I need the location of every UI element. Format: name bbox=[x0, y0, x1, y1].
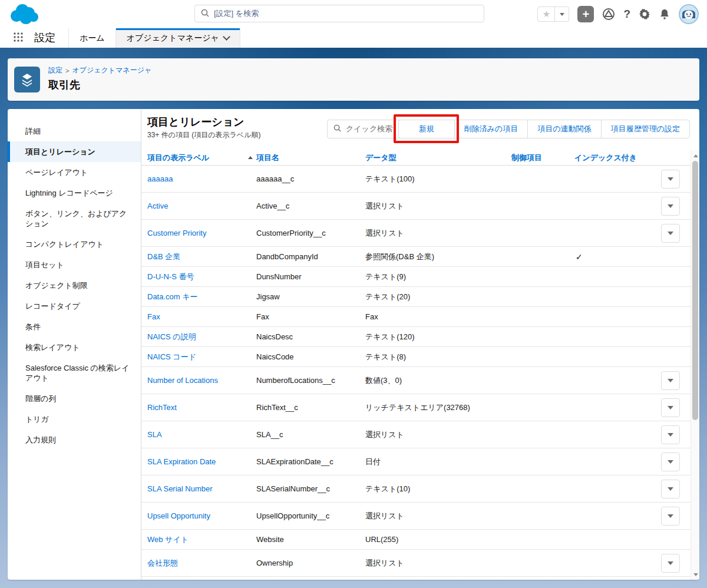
scroll-up-icon[interactable] bbox=[691, 151, 699, 160]
column-header-field-name[interactable]: 項目名 bbox=[256, 153, 365, 163]
action-button[interactable]: 削除済みの項目 bbox=[454, 120, 528, 138]
field-label-link[interactable]: NAICS コード bbox=[147, 352, 256, 362]
breadcrumb-setup-link[interactable]: 設定 bbox=[48, 65, 62, 75]
action-button[interactable]: 項目の連動関係 bbox=[527, 120, 601, 138]
row-actions-dropdown-icon[interactable] bbox=[661, 507, 680, 526]
tab-home[interactable]: ホーム bbox=[68, 28, 115, 48]
row-actions-dropdown-icon[interactable] bbox=[661, 371, 680, 390]
row-actions-dropdown-icon[interactable] bbox=[661, 452, 680, 471]
field-api-name: NaicsDesc bbox=[256, 332, 365, 341]
column-header-controlling-field[interactable]: 制御項目 bbox=[511, 153, 574, 163]
field-label-link[interactable]: SLA Serial Number bbox=[147, 484, 256, 493]
list-subtitle: 33+ 件の項目 (項目の表示ラベル順) bbox=[147, 130, 260, 140]
field-label-link[interactable]: Upsell Opportunity bbox=[147, 511, 256, 520]
table-row: 会社形態 Ownership 選択リスト bbox=[141, 550, 691, 577]
user-avatar[interactable] bbox=[679, 4, 699, 24]
notification-bell-icon[interactable] bbox=[659, 8, 670, 20]
table-row: Fax Fax Fax bbox=[141, 307, 691, 327]
table-scrollbar[interactable] bbox=[691, 150, 699, 580]
sidebar-item[interactable]: Lightning レコードページ bbox=[8, 183, 141, 203]
list-title: 項目とリレーション bbox=[147, 115, 245, 129]
scroll-down-icon[interactable] bbox=[691, 570, 699, 579]
field-label-link[interactable]: SLA Expiration Date bbox=[147, 457, 256, 466]
field-data-type: 選択リスト bbox=[365, 430, 511, 440]
sidebar-item[interactable]: トリガ bbox=[8, 409, 141, 430]
sidebar-item[interactable]: 階層の列 bbox=[8, 388, 141, 409]
table-row: Active Active__c 選択リスト bbox=[141, 193, 691, 220]
guidance-center-icon[interactable] bbox=[602, 8, 615, 21]
quick-find-placeholder: クイック検索 bbox=[346, 124, 392, 134]
field-label-link[interactable]: D-U-N-S 番号 bbox=[147, 272, 256, 282]
row-actions-dropdown-icon[interactable] bbox=[661, 554, 680, 573]
field-label-link[interactable]: D&B 企業 bbox=[147, 252, 256, 262]
scrollbar-thumb[interactable] bbox=[692, 161, 698, 420]
column-header-indexed[interactable]: インデックス付き bbox=[574, 153, 657, 163]
action-button[interactable]: 新規 bbox=[398, 120, 455, 138]
quick-create-plus-icon[interactable]: + bbox=[577, 6, 594, 22]
sidebar-item[interactable]: レコードタイプ bbox=[8, 296, 141, 316]
action-button-label: 項目履歴管理の設定 bbox=[611, 124, 680, 134]
table-row: RichText RichText__c リッチテキストエリア(32768) bbox=[141, 394, 691, 421]
column-header-field-label[interactable]: 項目の表示ラベル bbox=[147, 153, 256, 163]
app-launcher-icon[interactable] bbox=[13, 32, 24, 48]
setup-page-background: 設定 > オブジェクトマネージャ 取引先 詳細 項目とリレーション ページレイア… bbox=[0, 48, 707, 588]
salesforce-cloud-logo[interactable] bbox=[8, 3, 40, 28]
field-api-name: Ownership bbox=[256, 559, 365, 567]
column-header-data-type[interactable]: データ型 bbox=[365, 153, 511, 163]
row-actions-dropdown-icon[interactable] bbox=[661, 224, 680, 243]
app-name-label: 設定 bbox=[34, 31, 55, 48]
field-data-type: 参照関係(D&B 企業) bbox=[365, 252, 511, 262]
sidebar-item[interactable]: 条件 bbox=[8, 316, 141, 337]
object-sidebar: 詳細 項目とリレーション ページレイアウト Lightning レコードページ … bbox=[8, 109, 141, 580]
table-row: SLA SLA__c 選択リスト bbox=[141, 421, 691, 448]
list-action-buttons: 新規 削除済みの項目 項目の連動関係 項目履歴管理の設定 bbox=[398, 120, 690, 138]
field-data-type: 数値(3、0) bbox=[365, 375, 511, 386]
table-row: Customer Priority CustomerPriority__c 選択… bbox=[141, 220, 691, 247]
favorites-dropdown-icon[interactable] bbox=[555, 6, 569, 22]
global-search-input[interactable]: [設定] を検索 bbox=[194, 5, 484, 22]
field-data-type: テキスト(9) bbox=[365, 272, 511, 282]
field-api-name: SLAExpirationDate__c bbox=[256, 457, 365, 466]
tab-object-manager[interactable]: オブジェクトマネージャ bbox=[115, 28, 240, 48]
action-button-label: 削除済みの項目 bbox=[464, 124, 518, 134]
setup-gear-icon[interactable] bbox=[639, 8, 650, 20]
sidebar-item[interactable]: Salesforce Classic の検索レイアウト bbox=[8, 358, 141, 388]
field-label-link[interactable]: RichText bbox=[147, 403, 256, 412]
field-data-type: テキスト(8) bbox=[365, 352, 511, 362]
row-actions-dropdown-icon[interactable] bbox=[661, 170, 680, 189]
field-label-link[interactable]: aaaaaa bbox=[147, 174, 256, 183]
row-actions-dropdown-icon[interactable] bbox=[661, 480, 680, 498]
object-manager-icon bbox=[14, 67, 40, 93]
sidebar-item[interactable]: ボタン、リンク、およびアクション bbox=[8, 203, 141, 234]
field-api-name: Jigsaw bbox=[256, 292, 365, 301]
sidebar-item-label: ボタン、リンク、およびアクション bbox=[25, 209, 127, 228]
sidebar-item[interactable]: 項目とリレーション bbox=[8, 141, 141, 162]
field-label-link[interactable]: Web サイト bbox=[147, 534, 256, 545]
help-icon[interactable]: ? bbox=[623, 8, 630, 21]
row-actions-dropdown-icon[interactable] bbox=[661, 398, 680, 417]
sidebar-item[interactable]: 詳細 bbox=[8, 121, 141, 141]
field-api-name: DunsNumber bbox=[256, 272, 365, 281]
row-actions-dropdown-icon[interactable] bbox=[661, 197, 680, 216]
field-api-name: SLASerialNumber__c bbox=[256, 484, 365, 493]
table-row: Upsell Opportunity UpsellOpportunity__c … bbox=[141, 503, 691, 530]
row-actions-dropdown-icon[interactable] bbox=[661, 425, 680, 444]
breadcrumb-object-manager-link[interactable]: オブジェクトマネージャ bbox=[72, 65, 151, 75]
field-label-link[interactable]: 会社形態 bbox=[147, 558, 256, 569]
favorite-star-icon[interactable]: ★ bbox=[537, 6, 555, 22]
field-label-link[interactable]: Fax bbox=[147, 312, 256, 321]
field-label-link[interactable]: SLA bbox=[147, 430, 256, 439]
field-label-link[interactable]: Customer Priority bbox=[147, 229, 256, 237]
field-label-link[interactable]: Data.com キー bbox=[147, 292, 256, 302]
sidebar-item[interactable]: 項目セット bbox=[8, 255, 141, 275]
sidebar-item[interactable]: コンパクトレイアウト bbox=[8, 234, 141, 255]
sidebar-item[interactable]: ページレイアウト bbox=[8, 162, 141, 183]
field-label-link[interactable]: Active bbox=[147, 201, 256, 210]
action-button[interactable]: 項目履歴管理の設定 bbox=[601, 120, 690, 138]
sidebar-item[interactable]: オブジェクト制限 bbox=[8, 275, 141, 296]
field-label-link[interactable]: Number of Locations bbox=[147, 376, 256, 385]
sidebar-item[interactable]: 検索レイアウト bbox=[8, 337, 141, 358]
sidebar-item[interactable]: 入力規則 bbox=[8, 430, 141, 450]
field-label-link[interactable]: NAICS の説明 bbox=[147, 332, 256, 342]
field-api-name: NaicsCode bbox=[256, 352, 365, 361]
